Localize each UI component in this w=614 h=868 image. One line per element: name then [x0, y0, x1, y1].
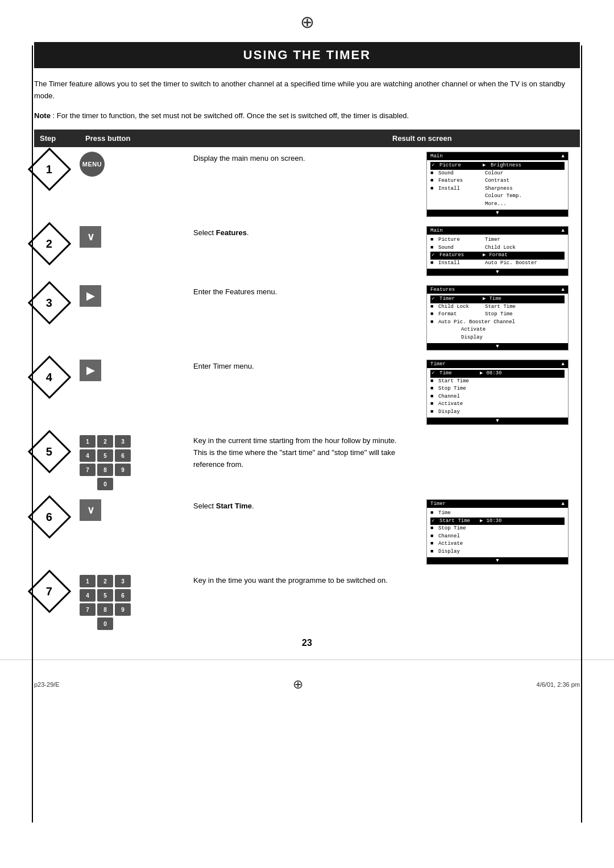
key-3b[interactable]: 3	[115, 575, 131, 587]
table-header: Step Press button Result on screen	[34, 130, 580, 147]
step-3-result: Features▲ ✓Timer▶Time ■Child LockStart T…	[426, 284, 580, 350]
screen-2-bottom: ▼	[427, 269, 568, 276]
key-7[interactable]: 7	[80, 464, 96, 476]
step-2-button: ∨	[80, 225, 193, 248]
key-9b[interactable]: 9	[115, 603, 131, 616]
step-5-button: 1 2 3 4 5 6 7 8 9 0	[80, 433, 193, 490]
screen-6: Timer▲ ■Time ✓Start Time▶10:30 ■Stop Tim…	[426, 499, 569, 565]
right-button-3[interactable]: ▶	[80, 285, 101, 307]
key-3[interactable]: 3	[115, 435, 131, 448]
step-5-result	[426, 433, 580, 434]
step-4-result: Timer▲ ✓Time▶08:30 ■Start Time ■Stop Tim…	[426, 358, 580, 425]
step-label-4: 4	[46, 371, 52, 384]
step-6-result: Timer▲ ■Time ✓Start Time▶10:30 ■Stop Tim…	[426, 498, 580, 565]
step-row-1: 1 MENU Display the main menu on screen. …	[34, 151, 580, 217]
step-7-button: 1 2 3 4 5 6 7 8 9 0	[80, 573, 193, 630]
step-diamond-1: 1	[28, 148, 71, 191]
screen-4: Timer▲ ✓Time▶08:30 ■Start Time ■Stop Tim…	[426, 360, 569, 425]
right-button-4[interactable]: ▶	[80, 360, 101, 381]
screen-6-title: Timer▲	[427, 500, 568, 508]
step-2-description: Select Features.	[193, 225, 426, 239]
step-1-button: MENU	[80, 151, 193, 177]
step-label-5: 5	[46, 445, 52, 458]
key-0[interactable]: 0	[97, 478, 113, 490]
screen-2-body: ■PictureTimer ■SoundChild Lock ✓Features…	[427, 235, 568, 269]
step-2-result: Main▲ ■PictureTimer ■SoundChild Lock ✓Fe…	[426, 225, 580, 276]
key-5[interactable]: 5	[97, 449, 113, 462]
step-number-6: 6	[34, 498, 80, 532]
step-row-5: 5 1 2 3 4 5 6 7 8 9 0 Key in the current…	[34, 433, 580, 490]
screen-1-bottom: ▼	[427, 210, 568, 216]
screen-4-bottom: ▼	[427, 418, 568, 424]
side-line-left	[32, 45, 33, 823]
step-diamond-3: 3	[28, 281, 71, 324]
step-row-4: 4 ▶ Enter Timer menu. Timer▲ ✓Time▶08:30…	[34, 358, 580, 425]
crosshair-icon: ⊕	[300, 12, 314, 32]
step-4-description: Enter Timer menu.	[193, 358, 426, 373]
footer-right: 4/6/01, 2:36 pm	[537, 681, 580, 688]
step-7-description: Key in the time you want the programme t…	[193, 573, 426, 587]
step-label-2: 2	[46, 237, 52, 251]
step-diamond-2: 2	[28, 222, 71, 265]
step-diamond-6: 6	[28, 495, 71, 539]
key-6[interactable]: 6	[115, 449, 131, 462]
key-5b[interactable]: 5	[97, 589, 113, 602]
down-button-6[interactable]: ∨	[80, 499, 101, 521]
step-1-description: Display the main menu on screen.	[193, 151, 426, 165]
screen-3-body: ✓Timer▶Time ■Child LockStart Time ■Forma…	[427, 294, 568, 343]
step-number-2: 2	[34, 225, 80, 259]
key-2[interactable]: 2	[97, 435, 113, 448]
step-3-button: ▶	[80, 284, 193, 307]
key-4[interactable]: 4	[80, 449, 96, 462]
screen-6-bottom: ▼	[427, 557, 568, 564]
screen-4-title: Timer▲	[427, 360, 568, 368]
key-8b[interactable]: 8	[97, 603, 113, 616]
top-color-bars: ⊕	[0, 0, 614, 32]
down-button-2[interactable]: ∨	[80, 226, 101, 248]
step-number-1: 1	[34, 151, 80, 185]
key-0b[interactable]: 0	[97, 617, 113, 630]
key-9[interactable]: 9	[115, 464, 131, 476]
step-diamond-4: 4	[28, 356, 71, 399]
screen-3-bottom: ▼	[427, 343, 568, 350]
step-6-button: ∨	[80, 498, 193, 521]
screen-3-title: Features▲	[427, 286, 568, 294]
step-number-3: 3	[34, 284, 80, 318]
intro-paragraph-1: The Timer feature allows you to set the …	[34, 78, 580, 102]
screen-3: Features▲ ✓Timer▶Time ■Child LockStart T…	[426, 285, 569, 350]
step-5-description: Key in the current time starting from th…	[193, 433, 426, 470]
key-2b[interactable]: 2	[97, 575, 113, 587]
step-7-result	[426, 573, 580, 574]
screen-6-body: ■Time ✓Start Time▶10:30 ■Stop Time ■Chan…	[427, 508, 568, 557]
step-diamond-7: 7	[28, 570, 71, 613]
step-header: Step	[34, 130, 80, 147]
step-label-6: 6	[46, 511, 52, 524]
step-6-description: Select Start Time.	[193, 498, 426, 512]
key-1b[interactable]: 1	[80, 575, 96, 587]
footer-left: p23-29/E	[34, 681, 60, 688]
key-8[interactable]: 8	[97, 464, 113, 476]
menu-button[interactable]: MENU	[80, 152, 105, 177]
step-number-5: 5	[34, 433, 80, 467]
key-4b[interactable]: 4	[80, 589, 96, 602]
description-header-spacer	[193, 130, 387, 147]
step-3-description: Enter the Features menu.	[193, 284, 426, 298]
step-row-3: 3 ▶ Enter the Features menu. Features▲ ✓…	[34, 284, 580, 350]
key-7b[interactable]: 7	[80, 603, 96, 616]
step-number-4: 4	[34, 358, 80, 393]
key-1[interactable]: 1	[80, 435, 96, 448]
side-line-right	[581, 45, 582, 823]
page-title: Using the Timer	[34, 42, 580, 68]
step-row-7: 7 1 2 3 4 5 6 7 8 9 0 Key in the time yo…	[34, 573, 580, 630]
step-number-7: 7	[34, 573, 80, 607]
step-label-7: 7	[46, 585, 52, 598]
screen-2: Main▲ ■PictureTimer ■SoundChild Lock ✓Fe…	[426, 226, 569, 276]
step-4-button: ▶	[80, 358, 193, 381]
intro-paragraph-2: Note : For the timer to function, the se…	[34, 110, 580, 122]
screen-1: Main▲ ✓Picture▶Brightness ■SoundColour ■…	[426, 152, 569, 217]
numpad-7: 1 2 3 4 5 6 7 8 9 0	[80, 575, 131, 630]
screen-1-title: Main▲	[427, 152, 568, 160]
press-button-header: Press button	[80, 130, 193, 147]
step-label-3: 3	[46, 297, 52, 310]
key-6b[interactable]: 6	[115, 589, 131, 602]
